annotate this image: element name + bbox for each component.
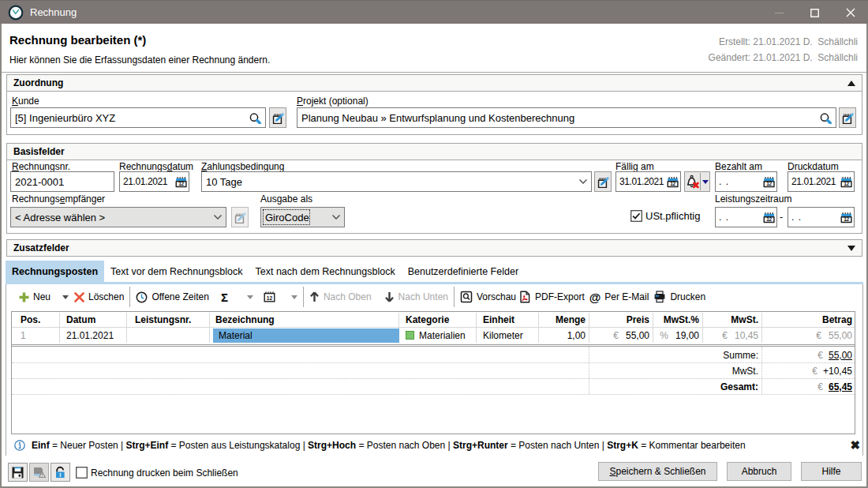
zahlungsbedingung-combo[interactable]: 10 Tage — [201, 171, 592, 192]
row-einheit[interactable]: Kilometer — [483, 330, 523, 341]
hide-infobar-button[interactable]: ✖ — [850, 438, 860, 452]
calendar-icon[interactable] — [840, 212, 852, 223]
small-calendar-icon: 12 — [264, 291, 275, 302]
row-menge[interactable]: 1,00 — [539, 330, 586, 341]
nach-unten-button[interactable]: Nach Unten — [384, 291, 448, 302]
tab-benutzerdefinierte-felder[interactable]: Benutzerdefinierte Felder — [402, 261, 525, 282]
edit-icon — [271, 112, 284, 124]
rechnungsnr-label: Rechnungsnr. — [12, 161, 70, 172]
projekt-input[interactable]: Planung Neubau » Entwurfsplanung und Kos… — [297, 107, 836, 128]
edit-icon — [234, 212, 246, 223]
chevron-down-icon[interactable] — [332, 215, 340, 220]
summe-dropdown-icon[interactable] — [247, 295, 253, 299]
hilfe-button[interactable]: Hilfe — [801, 462, 862, 481]
reminder-split-button[interactable] — [684, 171, 710, 192]
per-email-button[interactable]: @ Per E-Mail — [589, 291, 649, 304]
sigma-icon: Σ — [221, 291, 228, 304]
row-preis[interactable]: €55,00 — [589, 330, 649, 341]
ust-pflichtig-checkbox[interactable]: USt.pflichtig — [630, 210, 700, 222]
plus-icon — [19, 292, 29, 302]
col-header-einheit[interactable]: Einheit — [483, 314, 514, 325]
row-mwst-pct[interactable]: %19,00 — [653, 330, 699, 341]
col-header-betrag[interactable]: Betrag — [762, 314, 852, 325]
section-basisfelder-title: Basisfelder — [13, 146, 65, 157]
titlebar: Rechnung — [0, 0, 868, 24]
collapse-up-icon[interactable] — [847, 81, 855, 86]
arrow-up-icon — [309, 291, 320, 302]
faellig-am-input[interactable]: 31.01.2021 — [615, 171, 681, 192]
lock-button[interactable] — [51, 463, 70, 482]
collapse-down-icon[interactable] — [847, 246, 855, 251]
printer-icon — [653, 291, 666, 303]
neu-button[interactable]: Neu — [19, 291, 51, 302]
projekt-edit-button[interactable] — [839, 107, 856, 128]
ausgabe-als-combo[interactable]: GiroCode — [260, 207, 345, 227]
neu-dropdown-icon[interactable] — [62, 295, 69, 299]
vorschau-button[interactable]: Vorschau — [460, 291, 516, 303]
calendar-icon[interactable] — [763, 176, 775, 188]
save-button[interactable] — [8, 463, 28, 482]
mwst-summary-value: €+10,45 — [762, 366, 852, 377]
section-zuordnung-header[interactable]: Zuordnung — [7, 75, 862, 92]
projekt-label: Projekt (optional) — [297, 96, 369, 107]
print-on-close-checkbox[interactable]: Rechnung drucken beim Schließen — [76, 467, 238, 479]
section-basisfelder-header[interactable]: Basisfelder — [7, 144, 862, 160]
reminder-dropdown-button[interactable] — [701, 172, 709, 191]
rechnungsempfaenger-combo[interactable]: < Adresse wählen > — [10, 207, 226, 227]
row-datum[interactable]: 21.01.2021 — [66, 330, 114, 341]
kalender-button[interactable]: 12 — [264, 291, 275, 302]
bezahlt-am-input[interactable]: . . — [715, 171, 777, 192]
chevron-down-icon[interactable] — [214, 215, 222, 220]
gesamt-value: €65,45 — [762, 381, 852, 392]
faellig-am-label: Fällig am — [615, 161, 654, 172]
search-icon[interactable] — [249, 112, 261, 124]
col-header-pos[interactable]: Pos. — [21, 314, 40, 325]
col-header-datum[interactable]: Datum — [66, 314, 95, 325]
chevron-down-icon[interactable] — [579, 179, 587, 184]
col-header-leistungsnr[interactable]: Leistungsnr. — [135, 314, 191, 325]
rechnungsempfaenger-edit-button[interactable] — [231, 207, 249, 227]
search-icon[interactable] — [819, 112, 832, 124]
pdf-export-button[interactable]: PDF-Export — [518, 291, 585, 303]
kalender-dropdown-icon[interactable] — [291, 295, 297, 299]
leistungszeitraum-bis-input[interactable]: . . — [788, 207, 855, 227]
leistungszeitraum-von-input[interactable]: . . — [715, 207, 777, 227]
col-header-mwst[interactable]: MwSt. — [703, 314, 758, 325]
calendar-icon[interactable] — [667, 176, 679, 188]
col-header-menge[interactable]: Menge — [539, 314, 586, 325]
close-icon — [846, 8, 855, 17]
summe-button[interactable]: Σ — [221, 291, 228, 304]
abbruch-button[interactable]: Abbruch — [727, 462, 791, 481]
preview-icon — [460, 291, 473, 303]
nach-oben-button[interactable]: Nach Oben — [309, 291, 372, 302]
calendar-icon[interactable] — [840, 176, 852, 188]
tab-rechnungsposten[interactable]: Rechnungsposten — [6, 261, 104, 282]
rechnungsnr-input[interactable]: 2021-0001 — [10, 171, 114, 192]
col-header-preis[interactable]: Preis — [589, 314, 649, 325]
reminder-bell-button[interactable] — [685, 172, 700, 191]
section-zusatzfelder-header[interactable]: Zusatzfelder — [7, 240, 862, 256]
col-header-bezeichnung[interactable]: Bezeichnung — [215, 314, 275, 325]
calendar-icon[interactable] — [175, 176, 187, 188]
kunde-edit-button[interactable] — [269, 107, 286, 128]
tab-text-vor-rechnungsblock[interactable]: Text vor dem Rechnungsblock — [104, 261, 249, 282]
save-print-button-disabled[interactable] — [29, 463, 49, 482]
row-kategorie[interactable]: Materialien — [406, 330, 466, 341]
offene-zeiten-button[interactable]: Offene Zeiten — [136, 291, 209, 303]
speichern-schliessen-button[interactable]: Speichern & Schließen — [598, 462, 717, 481]
close-button[interactable] — [832, 1, 868, 24]
kunde-input[interactable]: [5] Ingenieurbüro XYZ — [10, 107, 266, 128]
row-bezeichnung-selected-cell[interactable]: Material — [213, 328, 399, 343]
rechnungsdatum-input[interactable]: 21.01.2021 — [119, 171, 189, 192]
col-header-mwst-pct[interactable]: MwSt.% — [653, 314, 699, 325]
zahlungsbedingung-edit-button[interactable] — [594, 171, 612, 192]
loeschen-button[interactable]: Löschen — [74, 291, 124, 302]
maximize-button[interactable] — [797, 1, 832, 24]
drucken-button[interactable]: Drucken — [653, 291, 705, 303]
col-header-kategorie[interactable]: Kategorie — [406, 314, 449, 325]
calendar-icon[interactable] — [763, 212, 775, 223]
unlock-icon — [54, 466, 67, 479]
druckdatum-input[interactable]: 21.01.2021 — [788, 171, 855, 192]
minimize-button[interactable] — [761, 1, 797, 24]
tab-text-nach-rechnungsblock[interactable]: Text nach dem Rechnungsblock — [249, 261, 402, 282]
